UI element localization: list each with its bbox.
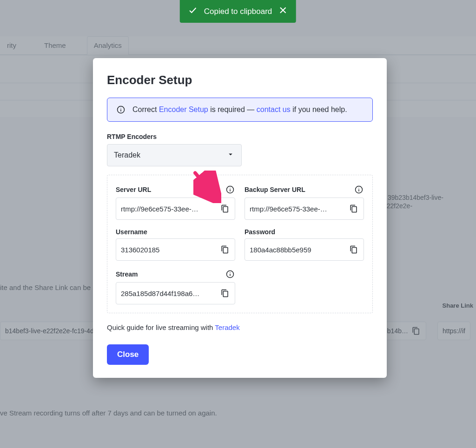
svg-point-8 xyxy=(230,188,231,189)
info-banner: Correct Encoder Setup is required — cont… xyxy=(107,98,373,122)
svg-point-11 xyxy=(358,188,359,189)
backup-server-url-value-box: rtmp://9e6ce575-33ee-2d5a-6… xyxy=(245,198,364,220)
field-stream: Stream 285a185d87d44f198a698610… xyxy=(116,269,235,304)
username-label: Username xyxy=(116,228,147,236)
copy-backup-server-url-button[interactable] xyxy=(349,204,359,214)
field-username: Username 3136020185 xyxy=(116,228,235,261)
stream-value: 285a185d87d44f198a698610… xyxy=(121,290,200,297)
svg-point-14 xyxy=(230,272,231,273)
quick-guide-text: Quick guide for live streaming with Tera… xyxy=(107,323,373,331)
password-value: 180a4ac88bb5e959 xyxy=(250,246,311,254)
field-server-url: Server URL rtmp://9e6ce575-33ee-2d5a-6… xyxy=(116,184,235,220)
link-contact-us[interactable]: contact us xyxy=(257,105,291,113)
toast-copied: Copied to clipboard xyxy=(180,0,296,23)
encoder-fields-panel: Server URL rtmp://9e6ce575-33ee-2d5a-6… … xyxy=(107,175,373,313)
info-icon[interactable] xyxy=(354,184,364,195)
password-value-box: 180a4ac88bb5e959 xyxy=(245,238,364,261)
copy-password-button[interactable] xyxy=(349,244,359,255)
info-icon[interactable] xyxy=(225,269,235,279)
modal-title: Encoder Setup xyxy=(107,73,373,87)
copy-stream-button[interactable] xyxy=(220,288,230,298)
chevron-down-icon xyxy=(226,150,235,160)
username-value-box: 3136020185 xyxy=(116,238,235,261)
info-banner-text: Correct Encoder Setup is required — cont… xyxy=(132,105,347,114)
server-url-label: Server URL xyxy=(116,186,151,193)
toast-message: Copied to clipboard xyxy=(204,7,272,16)
username-value: 3136020185 xyxy=(121,246,159,254)
link-teradek-guide[interactable]: Teradek xyxy=(215,323,239,331)
info-icon xyxy=(116,105,126,115)
encoder-select[interactable]: Teradek xyxy=(107,144,242,166)
stream-value-box: 285a185d87d44f198a698610… xyxy=(116,282,235,304)
field-backup-server-url: Backup Server URL rtmp://9e6ce575-33ee-2… xyxy=(245,184,364,220)
stream-label: Stream xyxy=(116,270,138,278)
field-password: Password 180a4ac88bb5e959 xyxy=(245,228,364,261)
server-url-value: rtmp://9e6ce575-33ee-2d5a-6… xyxy=(121,205,200,213)
copy-server-url-button[interactable] xyxy=(220,204,230,214)
password-label: Password xyxy=(245,228,275,236)
server-url-value-box: rtmp://9e6ce575-33ee-2d5a-6… xyxy=(116,198,235,220)
backup-server-url-value: rtmp://9e6ce575-33ee-2d5a-6… xyxy=(250,205,329,213)
backup-server-url-label: Backup Server URL xyxy=(245,186,305,193)
close-button[interactable]: Close xyxy=(107,344,149,365)
encoder-selected-value: Teradek xyxy=(114,151,140,159)
toast-close-icon[interactable] xyxy=(278,6,288,17)
svg-point-4 xyxy=(120,108,121,109)
info-icon[interactable] xyxy=(225,184,235,195)
rtmp-encoders-label: RTMP Encoders xyxy=(107,133,373,140)
encoder-setup-modal: Encoder Setup Correct Encoder Setup is r… xyxy=(93,58,387,378)
check-icon xyxy=(188,6,198,17)
copy-username-button[interactable] xyxy=(220,244,230,255)
link-encoder-setup[interactable]: Encoder Setup xyxy=(159,105,208,113)
